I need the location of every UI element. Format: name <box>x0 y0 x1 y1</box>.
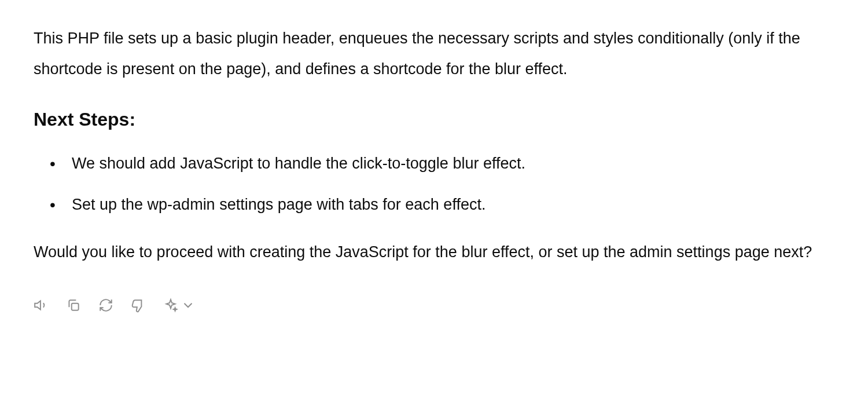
thumbs-down-icon <box>131 298 146 313</box>
list-item: Set up the wp-admin settings page with t… <box>50 193 834 217</box>
list-item: We should add JavaScript to handle the c… <box>50 152 834 175</box>
closing-question: Would you like to proceed with creating … <box>34 237 834 268</box>
refresh-icon <box>98 298 113 313</box>
regenerate-button[interactable] <box>98 298 113 313</box>
copy-button[interactable] <box>66 298 81 313</box>
next-steps-list: We should add JavaScript to handle the c… <box>34 152 834 216</box>
svg-rect-0 <box>72 303 79 310</box>
thumbs-down-button[interactable] <box>131 298 146 313</box>
sparkle-icon <box>163 298 178 313</box>
message-content: This PHP file sets up a basic plugin hea… <box>34 23 834 313</box>
message-toolbar <box>34 298 834 313</box>
next-steps-heading: Next Steps: <box>34 105 834 134</box>
intro-paragraph: This PHP file sets up a basic plugin hea… <box>34 23 834 84</box>
speaker-icon <box>34 298 49 313</box>
model-switch-button[interactable] <box>163 298 196 313</box>
copy-icon <box>66 298 81 313</box>
read-aloud-button[interactable] <box>34 298 49 313</box>
chevron-down-icon <box>181 298 196 313</box>
